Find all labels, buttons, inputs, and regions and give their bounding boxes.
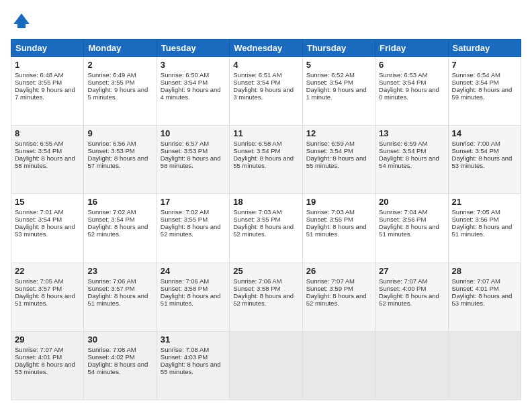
daylight-text: Daylight: 8 hours and 52 minutes. [306, 292, 367, 307]
sunset-text: Sunset: 3:55 PM [87, 79, 134, 86]
calendar-cell: 14Sunrise: 7:00 AMSunset: 3:54 PMDayligh… [448, 126, 521, 194]
sunrise-text: Sunrise: 7:07 AM [306, 277, 355, 285]
sunrise-text: Sunrise: 6:56 AM [87, 140, 136, 147]
sunrise-text: Sunrise: 6:59 AM [306, 140, 355, 147]
day-number: 24 [161, 266, 226, 276]
daylight-text: Daylight: 8 hours and 52 minutes. [379, 292, 439, 307]
sunrise-text: Sunrise: 7:02 AM [161, 208, 209, 216]
sunset-text: Sunset: 3:58 PM [233, 285, 280, 292]
sunrise-text: Sunrise: 6:55 AM [15, 140, 63, 147]
calendar-cell: 3Sunrise: 6:50 AMSunset: 3:54 PMDaylight… [157, 57, 229, 126]
sunrise-text: Sunrise: 7:02 AM [87, 208, 136, 216]
sunrise-text: Sunrise: 7:07 AM [15, 346, 63, 353]
day-number: 8 [15, 128, 80, 138]
calendar-cell: 8Sunrise: 6:55 AMSunset: 3:54 PMDaylight… [11, 126, 84, 194]
calendar-cell: 10Sunrise: 6:57 AMSunset: 3:53 PMDayligh… [157, 126, 229, 194]
sunrise-text: Sunrise: 7:08 AM [87, 346, 136, 353]
calendar-cell: 15Sunrise: 7:01 AMSunset: 3:54 PMDayligh… [11, 194, 84, 263]
sunset-text: Sunset: 3:53 PM [87, 147, 134, 154]
day-number: 9 [87, 128, 152, 138]
sunrise-text: Sunrise: 7:06 AM [87, 277, 136, 285]
daylight-text: Daylight: 8 hours and 52 minutes. [233, 223, 294, 238]
daylight-text: Daylight: 8 hours and 51 minutes. [87, 292, 148, 307]
header-row: SundayMondayTuesdayWednesdayThursdayFrid… [11, 40, 521, 57]
daylight-text: Daylight: 8 hours and 51 minutes. [379, 223, 439, 238]
day-number: 1 [15, 60, 80, 70]
sunrise-text: Sunrise: 7:06 AM [233, 277, 281, 285]
day-number: 16 [87, 197, 152, 207]
sunrise-text: Sunrise: 6:49 AM [87, 71, 136, 79]
daylight-text: Daylight: 8 hours and 55 minutes. [161, 361, 221, 375]
calendar-cell: 5Sunrise: 6:52 AMSunset: 3:54 PMDaylight… [302, 57, 375, 126]
daylight-text: Daylight: 8 hours and 52 minutes. [233, 292, 294, 307]
sunrise-text: Sunrise: 6:58 AM [233, 140, 281, 147]
calendar-cell: 9Sunrise: 6:56 AMSunset: 3:53 PMDaylight… [84, 126, 157, 194]
calendar-cell: 18Sunrise: 7:03 AMSunset: 3:55 PMDayligh… [230, 194, 302, 263]
sunset-text: Sunset: 3:54 PM [306, 147, 353, 154]
calendar-cell: 25Sunrise: 7:06 AMSunset: 3:58 PMDayligh… [230, 263, 302, 331]
calendar-cell: 30Sunrise: 7:08 AMSunset: 4:02 PMDayligh… [84, 331, 157, 400]
daylight-text: Daylight: 8 hours and 51 minutes. [15, 292, 75, 307]
calendar-cell: 22Sunrise: 7:05 AMSunset: 3:57 PMDayligh… [11, 263, 84, 331]
calendar-cell: 12Sunrise: 6:59 AMSunset: 3:54 PMDayligh… [302, 126, 375, 194]
day-number: 7 [452, 60, 517, 70]
day-number: 30 [87, 334, 152, 345]
sunrise-text: Sunrise: 6:52 AM [306, 71, 355, 79]
day-number: 2 [87, 60, 152, 70]
sunset-text: Sunset: 4:03 PM [161, 353, 208, 361]
calendar-cell [448, 331, 521, 400]
daylight-text: Daylight: 9 hours and 1 minute. [306, 86, 367, 101]
sunset-text: Sunset: 3:54 PM [233, 147, 280, 154]
day-number: 20 [379, 197, 444, 207]
calendar-week-row: 1Sunrise: 6:48 AMSunset: 3:55 PMDaylight… [11, 57, 521, 126]
daylight-text: Daylight: 8 hours and 57 minutes. [87, 154, 148, 169]
calendar-week-row: 22Sunrise: 7:05 AMSunset: 3:57 PMDayligh… [11, 263, 521, 331]
daylight-text: Daylight: 8 hours and 51 minutes. [306, 223, 367, 238]
svg-marker-0 [13, 13, 30, 24]
daylight-text: Daylight: 9 hours and 5 minutes. [87, 86, 148, 101]
sunset-text: Sunset: 3:54 PM [306, 79, 353, 86]
daylight-text: Daylight: 8 hours and 59 minutes. [452, 86, 513, 101]
daylight-text: Daylight: 8 hours and 54 minutes. [87, 361, 148, 375]
daylight-text: Daylight: 8 hours and 53 minutes. [452, 292, 513, 307]
calendar-cell: 27Sunrise: 7:07 AMSunset: 4:00 PMDayligh… [375, 263, 448, 331]
sunset-text: Sunset: 4:01 PM [452, 285, 499, 292]
sunset-text: Sunset: 3:57 PM [87, 285, 134, 292]
sunrise-text: Sunrise: 7:04 AM [379, 208, 427, 216]
logo-icon [11, 11, 32, 32]
daylight-text: Daylight: 8 hours and 53 minutes. [15, 223, 75, 238]
sunrise-text: Sunrise: 7:07 AM [452, 277, 500, 285]
sunrise-text: Sunrise: 7:03 AM [233, 208, 281, 216]
sunset-text: Sunset: 3:56 PM [379, 216, 426, 223]
calendar-week-row: 29Sunrise: 7:07 AMSunset: 4:01 PMDayligh… [11, 331, 521, 400]
day-number: 22 [15, 266, 80, 276]
calendar-cell: 20Sunrise: 7:04 AMSunset: 3:56 PMDayligh… [375, 194, 448, 263]
day-header: Monday [84, 40, 157, 57]
calendar-cell: 29Sunrise: 7:07 AMSunset: 4:01 PMDayligh… [11, 331, 84, 400]
sunrise-text: Sunrise: 7:05 AM [15, 277, 63, 285]
calendar-week-row: 8Sunrise: 6:55 AMSunset: 3:54 PMDaylight… [11, 126, 521, 194]
page: SundayMondayTuesdayWednesdayThursdayFrid… [0, 0, 532, 411]
calendar-cell: 2Sunrise: 6:49 AMSunset: 3:55 PMDaylight… [84, 57, 157, 126]
sunset-text: Sunset: 3:54 PM [379, 147, 426, 154]
calendar-cell: 21Sunrise: 7:05 AMSunset: 3:56 PMDayligh… [448, 194, 521, 263]
day-number: 6 [379, 60, 444, 70]
calendar-cell [302, 331, 375, 400]
day-number: 14 [452, 128, 517, 138]
calendar-cell: 31Sunrise: 7:08 AMSunset: 4:03 PMDayligh… [157, 331, 229, 400]
daylight-text: Daylight: 9 hours and 3 minutes. [233, 86, 294, 101]
day-number: 26 [306, 266, 371, 276]
sunset-text: Sunset: 4:01 PM [15, 353, 62, 361]
svg-rect-1 [17, 24, 26, 28]
daylight-text: Daylight: 8 hours and 51 minutes. [452, 223, 513, 238]
sunset-text: Sunset: 3:55 PM [306, 216, 353, 223]
calendar-cell: 13Sunrise: 6:59 AMSunset: 3:54 PMDayligh… [375, 126, 448, 194]
sunrise-text: Sunrise: 6:50 AM [161, 71, 209, 79]
daylight-text: Daylight: 8 hours and 51 minutes. [161, 292, 221, 307]
sunset-text: Sunset: 3:53 PM [161, 147, 208, 154]
day-number: 27 [379, 266, 444, 276]
calendar-cell: 6Sunrise: 6:53 AMSunset: 3:54 PMDaylight… [375, 57, 448, 126]
daylight-text: Daylight: 8 hours and 52 minutes. [87, 223, 148, 238]
sunset-text: Sunset: 3:58 PM [161, 285, 208, 292]
day-number: 3 [161, 60, 226, 70]
